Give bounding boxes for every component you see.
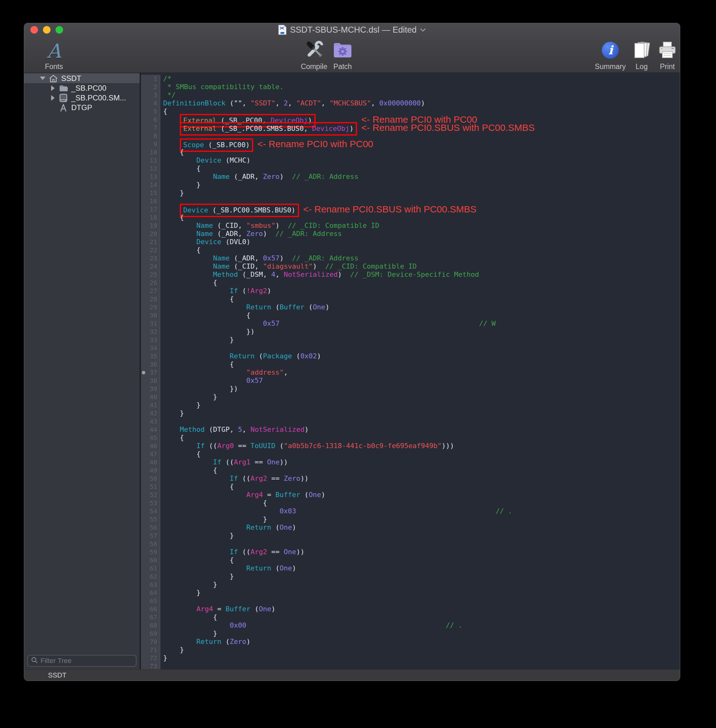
code-line[interactable]: 12 { (141, 164, 680, 173)
disclosure-triangle-icon[interactable] (38, 77, 47, 80)
code-line[interactable]: 4DefinitionBlock ("", "SSDT", 2, "ACDT",… (141, 99, 680, 107)
code-line[interactable]: 57 } (141, 532, 680, 540)
code-line[interactable]: 28 { (141, 295, 680, 303)
code-line[interactable]: 70 Return (Zero) (141, 638, 680, 646)
code-line[interactable]: 49 { (141, 466, 680, 475)
code-line[interactable]: 26 { (141, 279, 680, 287)
statusbar: SSDT (24, 669, 680, 681)
code-line[interactable]: 30 { (141, 311, 680, 320)
code-line[interactable]: 20 Name (_ADR, Zero) // _ADR: Address (141, 230, 680, 238)
disclosure-triangle-icon[interactable] (48, 85, 58, 91)
code-line[interactable]: 37 "address", (141, 369, 680, 376)
code-line[interactable]: 56 Return (One) (141, 523, 680, 532)
code-line[interactable]: 9 Scope (_SB.PC00) <- Rename PCI0 with P… (141, 140, 680, 148)
code-token: If (230, 287, 238, 295)
fonts-button[interactable]: A Fonts (33, 38, 74, 71)
code-line[interactable]: 7 External (_SB_.PC00.SMBS.BUS0, DeviceO… (141, 124, 680, 132)
line-number: 46 (141, 442, 160, 450)
code-token (163, 221, 196, 229)
code-line[interactable]: 38 0x57 (141, 376, 680, 385)
code-line[interactable]: 32 }) (141, 328, 680, 336)
code-line[interactable]: 66 Arg4 = Buffer (One) (141, 605, 680, 613)
code-line[interactable]: 58 (141, 540, 680, 548)
code-line[interactable]: 63 } (141, 581, 680, 588)
code-line[interactable]: 60 { (141, 556, 680, 564)
code-line[interactable]: 1/* (141, 75, 680, 83)
code-line[interactable]: 40 } (141, 393, 680, 401)
code-line-content: } (160, 654, 167, 662)
line-number: 3 (141, 91, 160, 99)
code-line[interactable]: 21 Device (DVL0) (141, 238, 680, 246)
log-button[interactable]: Log (628, 38, 655, 71)
code-line[interactable]: 13 Name (_ADR, Zero) // _ADR: Address (141, 173, 680, 181)
line-number: 10 (141, 148, 160, 156)
code-line[interactable]: 71 } (141, 646, 680, 654)
code-line[interactable]: 46 If ((Arg0 == ToUUID ("a0b5b7c6-1318-4… (141, 442, 680, 450)
code-line[interactable]: 23 Name (_ADR, 0x57) // _ADR: Address (141, 254, 680, 262)
code-token: (_ADR, (230, 254, 263, 262)
code-line[interactable]: 47 { (141, 450, 680, 458)
patch-button[interactable]: Patch (325, 38, 361, 71)
code-line[interactable]: 42 } (141, 409, 680, 417)
code-line[interactable]: 68 0x00 // . (141, 621, 680, 629)
code-line[interactable]: 53 { (141, 499, 680, 507)
code-token: Buffer (226, 605, 250, 613)
code-line[interactable]: 19 Name (_CID, "smbus") // _CID: Compati… (141, 221, 680, 230)
sidebar-item-sb-pc00[interactable]: _SB.PC00 (24, 83, 140, 93)
code-token: ) (325, 303, 329, 311)
code-line[interactable]: 59 If ((Arg2 == One)) (141, 548, 680, 556)
code-line[interactable]: 44 Method (DTGP, 5, NotSerialized) (141, 426, 680, 434)
summary-button[interactable]: i Summary (588, 38, 632, 71)
line-number: 62 (141, 572, 160, 581)
code-line[interactable]: 27 If (!Arg2) (141, 287, 680, 295)
code-line[interactable]: 35 Return (Package (0x02) (141, 352, 680, 360)
code-line[interactable]: 54 0x03 // . (141, 507, 680, 515)
code-line[interactable]: 39 }) (141, 385, 680, 393)
code-line[interactable]: 43 (141, 417, 680, 426)
code-line[interactable]: 24 Name (_CID, "diagsvault") // _CID: Co… (141, 262, 680, 270)
code-line[interactable]: 29 Return (Buffer (One) (141, 303, 680, 311)
print-button[interactable]: Print (654, 38, 680, 71)
code-line[interactable]: 18 { (141, 213, 680, 221)
code-line[interactable]: 69 } (141, 629, 680, 638)
code-line[interactable]: 65 (141, 597, 680, 605)
code-line[interactable]: 61 Return (One) (141, 564, 680, 572)
code-line[interactable]: 41 } (141, 401, 680, 409)
code-token: // _CID: Compatible ID (325, 262, 417, 270)
code-line[interactable]: 22 { (141, 246, 680, 254)
code-line[interactable]: 64 } (141, 588, 680, 597)
code-line[interactable]: 51 { (141, 482, 680, 491)
code-line[interactable]: 52 Arg4 = Buffer (One) (141, 491, 680, 499)
code-line[interactable]: 45 { (141, 434, 680, 442)
code-line[interactable]: 67 { (141, 613, 680, 621)
code-line[interactable]: 36 { (141, 360, 680, 369)
code-line[interactable]: 15 } (141, 189, 680, 197)
code-line[interactable]: 10 { (141, 148, 680, 156)
code-line[interactable]: 34 (141, 344, 680, 352)
code-token: ) (349, 124, 353, 132)
code-token: (_ADR, (213, 230, 246, 238)
sidebar-item-ssdt[interactable]: SSDT (24, 73, 140, 83)
code-line[interactable]: 31 0x57 // W (141, 320, 680, 328)
code-line[interactable]: 73 (141, 662, 680, 669)
sidebar-item-dtgp[interactable]: DTGP (24, 103, 140, 112)
code-line[interactable]: 14 } (141, 181, 680, 189)
code-line[interactable]: 3 */ (141, 91, 680, 99)
code-line[interactable]: 55 } (141, 515, 680, 523)
disclosure-triangle-icon[interactable] (48, 95, 58, 101)
code-line[interactable]: 17 Device (_SB.PC00.SMBS.BUS0) <- Rename… (141, 205, 680, 213)
code-editor[interactable]: 1/*2 * SMBus compatibility table.3 */4De… (141, 73, 680, 669)
code-line[interactable]: 50 If ((Arg2 == Zero)) (141, 475, 680, 482)
filter-tree-field[interactable] (27, 655, 137, 667)
chevron-down-icon[interactable] (420, 27, 426, 32)
code-line[interactable]: 11 Device (MCHC) (141, 156, 680, 164)
code-line[interactable]: 25 Method (_DSM, 4, NotSerialized) // _D… (141, 270, 680, 279)
code-line[interactable]: 62 } (141, 572, 680, 581)
filter-tree-input[interactable] (41, 657, 133, 665)
code-token: Arg2 (250, 548, 267, 556)
code-line[interactable]: 33 } (141, 336, 680, 344)
code-line[interactable]: 48 If ((Arg1 == One)) (141, 458, 680, 466)
code-line[interactable]: 2 * SMBus compatibility table. (141, 83, 680, 91)
sidebar-item-sb-pc00-sm[interactable]: _SB.PC00.SM... (24, 93, 140, 103)
code-line[interactable]: 72} (141, 654, 680, 662)
